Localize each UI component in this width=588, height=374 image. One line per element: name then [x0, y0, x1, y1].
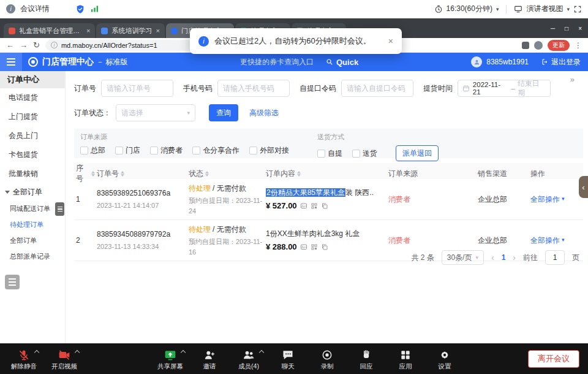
order-status-select[interactable]: 请选择 ▾: [116, 104, 195, 121]
back-icon[interactable]: ←: [6, 41, 14, 49]
forward-icon[interactable]: →: [20, 41, 28, 49]
window-close-button[interactable]: ×: [578, 25, 582, 32]
window-minimize-button[interactable]: ─: [551, 25, 555, 32]
extensions-icon[interactable]: [522, 42, 529, 49]
window-maximize-button[interactable]: □: [565, 25, 568, 32]
toolbar-item-record[interactable]: 录制: [309, 346, 345, 371]
checkbox-hq[interactable]: 总部: [80, 145, 105, 156]
sort-icon[interactable]: [297, 171, 301, 177]
sort-icon[interactable]: [121, 171, 124, 177]
checkbox-store[interactable]: 门店: [115, 145, 140, 156]
toolbar-item-reactions[interactable]: 回应: [349, 346, 384, 371]
username[interactable]: 8385wb1991: [486, 58, 529, 66]
browser-menu-icon[interactable]: ⋮: [575, 41, 582, 50]
quick-search[interactable]: Quick: [326, 58, 358, 67]
promo-link[interactable]: 更快捷的券卡查询入口: [240, 57, 314, 67]
goto-page-input[interactable]: [545, 250, 565, 265]
sidebar-item-batch-verify[interactable]: 批量核销: [0, 164, 65, 183]
leave-meeting-button[interactable]: 离开会议: [528, 350, 579, 368]
search-button[interactable]: 查询: [209, 104, 238, 121]
chevron-down-icon[interactable]: ▾: [496, 6, 499, 12]
checkbox-consumer[interactable]: 消费者: [150, 145, 183, 156]
browser-tab[interactable]: 系统培训学习 ×: [96, 23, 164, 38]
col-header-index[interactable]: 序号: [74, 163, 95, 184]
task-list-floating-button[interactable]: [5, 275, 20, 289]
chevron-up-icon[interactable]: [75, 350, 80, 355]
hamburger-menu-icon[interactable]: [0, 53, 22, 71]
sidebar-item-hq-dispatch-log[interactable]: 总部派单记录: [0, 248, 65, 264]
checkbox-delivery[interactable]: 送货: [352, 148, 377, 159]
dispatch-return-button[interactable]: 派单退回: [396, 145, 439, 161]
col-header-content[interactable]: 订单内容: [264, 169, 386, 179]
chevron-up-icon[interactable]: [259, 350, 264, 355]
next-page-button[interactable]: ›: [513, 253, 516, 262]
toolbar-item-settings[interactable]: 设置: [427, 346, 462, 371]
tab-close-icon[interactable]: ×: [156, 27, 159, 34]
network-signal-icon[interactable]: [90, 4, 99, 13]
current-page[interactable]: 1: [502, 253, 506, 262]
toolbar-item-start-video[interactable]: 开启视频: [47, 346, 82, 371]
sidebar-drag-handle[interactable]: [55, 202, 64, 216]
image-icon[interactable]: [300, 202, 307, 210]
sidebar-group-all-orders[interactable]: 全部订单: [0, 183, 65, 200]
advanced-filter-link[interactable]: 高级筛选: [249, 108, 279, 118]
app-edition: － 标准版: [96, 57, 127, 67]
toolbar-item-chat[interactable]: 聊天: [270, 346, 306, 371]
table-row[interactable]: 1 83859389251069376a 2023-11-21 14:14:07…: [74, 179, 583, 220]
security-shield-icon[interactable]: [75, 4, 85, 14]
toast-close-icon[interactable]: ×: [388, 36, 393, 46]
checkbox-self-pickup[interactable]: 自提: [317, 148, 342, 159]
browser-tab[interactable]: 礼盒营销平台管理中心 ×: [4, 23, 95, 38]
tab-close-icon[interactable]: ×: [86, 27, 90, 34]
sidebar-item-member-visit[interactable]: 会员上门: [0, 126, 65, 145]
image-icon[interactable]: [300, 243, 307, 251]
browser-profile-icon[interactable]: [534, 41, 543, 50]
avatar[interactable]: [471, 56, 482, 67]
fullscreen-icon[interactable]: [573, 5, 582, 13]
qr-code-icon[interactable]: [311, 243, 318, 251]
toolbar-item-unmute[interactable]: 解除静音: [6, 346, 42, 371]
col-header-status[interactable]: 状态: [187, 169, 264, 179]
sidebar-section-order-center[interactable]: 订单中心: [0, 71, 65, 88]
toolbar-item-members[interactable]: 成员(4): [231, 346, 266, 371]
browser-update-button[interactable]: 更新: [548, 40, 570, 51]
copy-icon[interactable]: [321, 202, 328, 210]
sidebar-item-card-pickup[interactable]: 卡包提货: [0, 145, 65, 164]
chevron-up-icon[interactable]: [181, 350, 186, 355]
col-header-order-no[interactable]: 订单号: [95, 169, 187, 179]
checkbox-warehouse-coop[interactable]: 仓分享合作: [192, 145, 239, 156]
meeting-details-label[interactable]: 会议详情: [20, 4, 50, 14]
phone-input[interactable]: [217, 80, 290, 97]
checkbox-external[interactable]: 外部对接: [249, 145, 289, 156]
reload-icon[interactable]: ↻: [33, 41, 40, 49]
prev-page-button[interactable]: ‹: [491, 253, 494, 262]
qr-code-icon[interactable]: [311, 202, 318, 210]
toolbar-item-share-screen[interactable]: 共享屏幕: [153, 346, 188, 371]
collapse-panel-icon[interactable]: »: [570, 75, 575, 84]
sidebar-item-phone-pickup[interactable]: 电话提货: [0, 88, 65, 107]
view-mode-selector[interactable]: 演讲者视图: [526, 4, 563, 14]
meeting-info-icon[interactable]: i: [6, 4, 15, 13]
checkbox-icon: [317, 150, 325, 158]
row-actions-dropdown[interactable]: 全部操作▾: [529, 235, 583, 246]
toolbar-item-invite[interactable]: 邀请: [192, 346, 227, 371]
copy-icon[interactable]: [321, 243, 328, 251]
sort-icon[interactable]: [205, 171, 209, 177]
sidebar-item-all-orders[interactable]: 全部订单: [0, 232, 65, 248]
row-actions-dropdown[interactable]: 全部操作▾: [529, 194, 583, 205]
meeting-timer[interactable]: 16:30(60分钟): [447, 4, 492, 14]
date-start-value[interactable]: 2022-11-21: [473, 81, 508, 96]
chevron-up-icon[interactable]: [34, 350, 39, 355]
sidebar-item-door-pickup[interactable]: 上门提货: [0, 107, 65, 126]
site-info-icon[interactable]: i: [51, 42, 58, 48]
page-size-select[interactable]: 30条/页▾: [442, 250, 484, 265]
chevron-down-icon[interactable]: ▾: [567, 6, 570, 12]
toolbar-item-apps[interactable]: 应用: [388, 346, 423, 371]
logout-button[interactable]: 退出登录: [541, 57, 581, 67]
panel-toggle-chevron[interactable]: ‹: [579, 176, 588, 198]
sidebar-item-pending-orders[interactable]: 待处理订单: [0, 216, 65, 232]
date-end-placeholder[interactable]: 结束日期: [518, 79, 546, 97]
date-range-input[interactable]: 2022-11-21 – 结束日期: [458, 80, 551, 97]
pickup-code-input[interactable]: [341, 80, 413, 97]
order-no-input[interactable]: [101, 80, 173, 97]
